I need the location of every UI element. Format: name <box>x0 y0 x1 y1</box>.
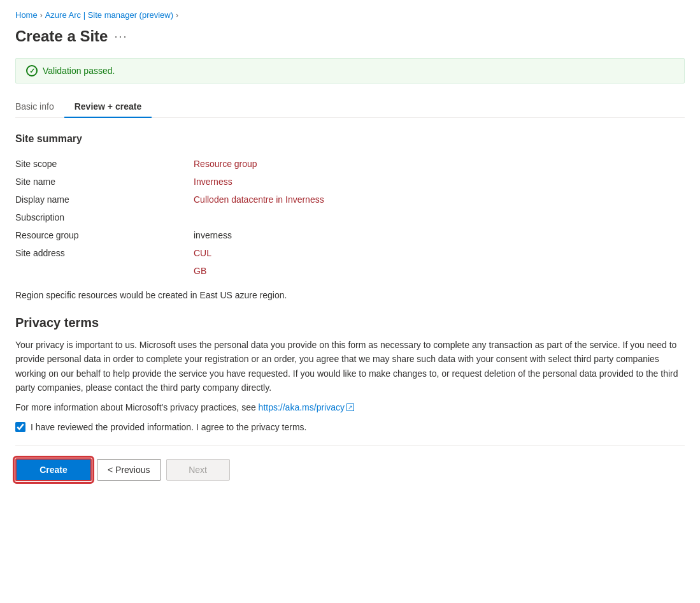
label-subscription: Subscription <box>15 208 194 226</box>
page-title-row: Create a Site ··· <box>15 27 685 45</box>
privacy-body: Your privacy is important to us. Microso… <box>15 338 685 395</box>
privacy-title: Privacy terms <box>15 316 685 330</box>
breadcrumb-sep-1: › <box>40 11 43 20</box>
validation-message: Validation passed. <box>43 66 115 76</box>
validation-banner: Validation passed. <box>15 58 685 84</box>
tab-basic-info[interactable]: Basic info <box>15 96 64 118</box>
value-subscription <box>194 208 685 226</box>
label-site-scope: Site scope <box>15 155 194 173</box>
label-site-name: Site name <box>15 173 194 191</box>
privacy-link-row: For more information about Microsoft's p… <box>15 400 685 414</box>
previous-button[interactable]: < Previous <box>97 459 161 481</box>
value-site-name: Inverness <box>194 173 685 191</box>
external-link-icon <box>346 403 354 411</box>
privacy-checkbox-label[interactable]: I have reviewed the provided information… <box>31 422 306 432</box>
table-row: Display name Culloden datacentre in Inve… <box>15 191 685 208</box>
tab-review-create[interactable]: Review + create <box>64 96 152 118</box>
site-summary-section: Site summary Site scope Resource group S… <box>15 133 685 300</box>
table-row: GB <box>15 262 685 280</box>
label-resource-group: Resource group <box>15 226 194 244</box>
privacy-link[interactable]: https://aka.ms/privacy <box>259 402 345 412</box>
privacy-checkbox-row: I have reviewed the provided information… <box>15 422 685 432</box>
privacy-checkbox[interactable] <box>15 422 25 432</box>
table-row: Resource group inverness <box>15 226 685 244</box>
table-row: Subscription <box>15 208 685 226</box>
next-button: Next <box>166 459 230 481</box>
table-row: Site scope Resource group <box>15 155 685 173</box>
page-options-dots[interactable]: ··· <box>114 30 127 43</box>
label-site-address: Site address <box>15 244 194 262</box>
summary-table: Site scope Resource group Site name Inve… <box>15 155 685 280</box>
value-site-scope: Resource group <box>194 155 685 173</box>
create-button[interactable]: Create <box>15 458 92 481</box>
label-country <box>15 262 194 280</box>
site-summary-title: Site summary <box>15 133 685 145</box>
breadcrumb-home[interactable]: Home <box>15 10 38 20</box>
footer-bar: Create < Previous Next <box>15 445 685 481</box>
breadcrumb-azure-arc[interactable]: Azure Arc | Site manager (preview) <box>45 10 173 20</box>
table-row: Site address CUL <box>15 244 685 262</box>
breadcrumb: Home › Azure Arc | Site manager (preview… <box>15 10 685 20</box>
value-resource-group: inverness <box>194 226 685 244</box>
validation-check-icon <box>26 65 38 76</box>
privacy-section: Privacy terms Your privacy is important … <box>15 316 685 432</box>
table-row: Site name Inverness <box>15 173 685 191</box>
value-display-name: Culloden datacentre in Inverness <box>194 191 685 208</box>
page-title: Create a Site <box>15 27 108 45</box>
page-container: Home › Azure Arc | Site manager (preview… <box>0 0 700 603</box>
breadcrumb-sep-2: › <box>176 11 178 20</box>
label-display-name: Display name <box>15 191 194 208</box>
value-country: GB <box>194 262 685 280</box>
value-site-address: CUL <box>194 244 685 262</box>
region-note: Region specific resources would be creat… <box>15 290 685 300</box>
privacy-link-prefix: For more information about Microsoft's p… <box>15 402 259 412</box>
tabs-container: Basic info Review + create <box>15 96 685 118</box>
